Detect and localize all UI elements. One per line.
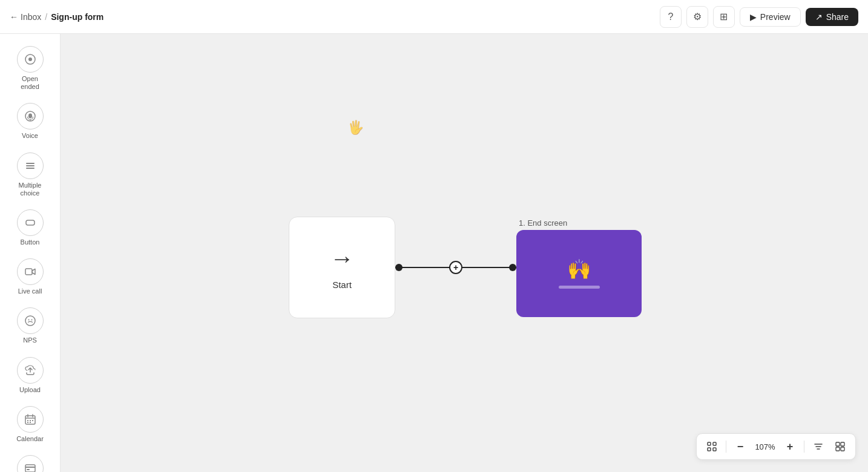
toolbar-divider-1 <box>726 441 726 453</box>
svg-rect-4 <box>26 163 35 164</box>
svg-rect-25 <box>713 442 716 445</box>
hand-cursor-icon: 🖐 <box>347 120 364 136</box>
open-ended-label: Open ended <box>12 75 48 91</box>
zoom-level: 107% <box>753 442 777 451</box>
end-node-bar <box>559 286 600 289</box>
multiple-choice-label: Multiple choice <box>12 182 48 197</box>
breadcrumb-separator: / <box>45 12 47 22</box>
voice-icon <box>17 103 44 129</box>
button-icon <box>17 209 44 236</box>
zoom-out-icon: − <box>737 441 744 452</box>
nps-label: NPS <box>23 336 37 344</box>
svg-rect-8 <box>25 269 32 275</box>
start-arrow-icon: → <box>330 245 354 272</box>
svg-rect-24 <box>708 442 711 445</box>
open-ended-icon <box>17 46 44 73</box>
button-label: Button <box>21 238 40 246</box>
svg-point-1 <box>28 57 32 61</box>
grid-icon <box>835 442 845 451</box>
filter-button[interactable] <box>809 438 827 456</box>
add-icon: + <box>453 263 458 272</box>
svg-rect-33 <box>836 447 840 451</box>
preview-icon: ▶ <box>750 12 757 22</box>
sidebar: Open ended Voice Multiple choice <box>0 34 61 472</box>
filter-icon <box>814 442 823 451</box>
svg-rect-23 <box>27 469 30 470</box>
svg-rect-19 <box>27 422 28 423</box>
voice-label: Voice <box>22 132 38 140</box>
back-arrow-icon: ← <box>10 12 18 22</box>
sidebar-item-multiple-choice[interactable]: Multiple choice <box>6 148 54 202</box>
sidebar-item-nps[interactable]: NPS <box>6 303 54 349</box>
svg-rect-16 <box>27 420 28 421</box>
bottom-toolbar: − 107% + <box>696 433 856 460</box>
toolbar-divider-2 <box>804 441 804 453</box>
svg-rect-21 <box>25 465 35 472</box>
share-icon: ↗ <box>815 12 823 22</box>
svg-rect-32 <box>841 442 844 446</box>
svg-rect-5 <box>26 165 35 166</box>
live-call-icon <box>17 258 44 285</box>
settings-button[interactable]: ⚙ <box>686 6 708 28</box>
zoom-out-button[interactable]: − <box>731 438 749 456</box>
sidebar-item-voice[interactable]: Voice <box>6 98 54 145</box>
share-button[interactable]: ↗ Share <box>806 8 858 26</box>
flow-diagram: → Start + 1. End screen 🙌 <box>289 217 642 318</box>
back-button[interactable]: ← Inbox <box>10 12 41 22</box>
svg-rect-7 <box>26 220 35 225</box>
zoom-in-button[interactable]: + <box>781 438 799 456</box>
sidebar-item-upload[interactable]: Upload <box>6 352 54 399</box>
sidebar-item-open-ended[interactable]: Open ended <box>6 41 54 96</box>
preview-button[interactable]: ▶ Preview <box>740 7 801 27</box>
calendar-label: Calendar <box>16 435 44 443</box>
svg-rect-18 <box>32 420 33 421</box>
header: ← Inbox / Sign-up form ? ⚙ ⊞ ▶ Preview ↗… <box>0 0 868 34</box>
zoom-in-icon: + <box>787 441 794 452</box>
calendar-icon <box>17 406 44 433</box>
sidebar-item-live-call[interactable]: Live call <box>6 254 54 300</box>
grid-button[interactable] <box>831 438 849 456</box>
flow-connector: + <box>395 260 516 275</box>
svg-point-11 <box>31 320 32 321</box>
svg-rect-20 <box>30 422 31 423</box>
help-button[interactable]: ? <box>660 6 682 28</box>
start-label: Start <box>332 280 352 290</box>
connector-add-button[interactable]: + <box>449 261 462 274</box>
end-node-emoji: 🙌 <box>567 258 591 281</box>
settings-icon: ⚙ <box>693 11 702 22</box>
payment-icon <box>17 455 44 472</box>
svg-rect-31 <box>836 442 840 446</box>
sidebar-item-calendar[interactable]: Calendar <box>6 401 54 448</box>
upload-icon <box>17 357 44 384</box>
connector-dot-right <box>509 264 516 271</box>
svg-point-10 <box>28 320 29 321</box>
svg-rect-34 <box>841 447 844 451</box>
end-screen-node[interactable]: 🙌 <box>516 230 642 317</box>
svg-rect-27 <box>713 448 716 451</box>
svg-rect-17 <box>30 420 31 421</box>
present-button[interactable]: ⊞ <box>713 6 735 28</box>
present-icon: ⊞ <box>720 11 728 22</box>
page-title: Sign-up form <box>51 12 104 22</box>
sidebar-item-button[interactable]: Button <box>6 205 54 251</box>
start-node[interactable]: → Start <box>289 217 395 318</box>
header-left: ← Inbox / Sign-up form <box>10 12 660 22</box>
fit-view-icon <box>707 442 717 451</box>
connector-dot-left <box>395 264 403 271</box>
svg-rect-6 <box>26 168 35 169</box>
end-node-label: 1. End screen <box>516 218 642 230</box>
nps-icon <box>17 307 44 334</box>
fit-view-button[interactable] <box>703 438 721 456</box>
share-label: Share <box>826 12 849 22</box>
live-call-label: Live call <box>18 287 42 295</box>
help-icon: ? <box>668 11 673 22</box>
multiple-choice-icon <box>17 152 44 179</box>
sidebar-item-payment[interactable]: Payment <box>6 450 54 472</box>
header-actions: ? ⚙ ⊞ ▶ Preview ↗ Share <box>660 6 858 28</box>
canvas[interactable]: 🖐 → Start + 1. End screen 🙌 <box>61 34 868 472</box>
svg-point-9 <box>25 316 35 326</box>
upload-label: Upload <box>19 386 41 394</box>
preview-label: Preview <box>760 12 791 22</box>
end-node-wrapper: 1. End screen 🙌 <box>516 218 642 317</box>
back-label[interactable]: Inbox <box>21 12 41 22</box>
